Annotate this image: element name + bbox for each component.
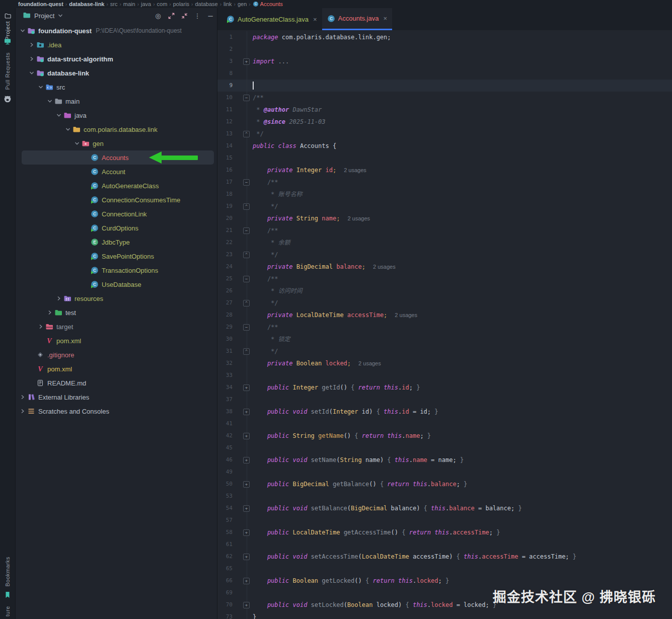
bookmark-icon[interactable]: [0, 591, 15, 601]
breadcrumb-item-accounts[interactable]: CAccounts: [253, 1, 283, 7]
tree-item-external-libraries[interactable]: External Libraries: [16, 390, 217, 404]
project-tool-icon[interactable]: [0, 12, 15, 21]
usages-inlay-hint[interactable]: 2 usages: [344, 164, 366, 176]
code-line-8[interactable]: 8: [217, 67, 672, 80]
code-line-13[interactable]: 13⌃ */: [217, 128, 672, 140]
github-octocat-icon[interactable]: [0, 95, 15, 105]
tree-item-target[interactable]: target: [16, 320, 217, 334]
expand-all-icon[interactable]: [165, 12, 178, 20]
code-line-28[interactable]: 28 private LocalDateTime accessTime;2 us…: [217, 309, 672, 321]
code-line-11[interactable]: 11 * @author DawnStar: [217, 104, 672, 116]
code-line-9[interactable]: 9: [217, 80, 672, 92]
breadcrumb-item-database-link[interactable]: database-link: [69, 1, 104, 7]
code-line-24[interactable]: 24 private BigDecimal balance;2 usages: [217, 261, 672, 273]
tree-item-resources[interactable]: resources: [16, 291, 217, 305]
code-line-19[interactable]: 19⌃ */: [217, 200, 672, 212]
chevron-right-icon[interactable]: [28, 56, 35, 62]
code-line-34[interactable]: 34+ public Integer getId() { return this…: [217, 381, 672, 394]
breadcrumb-item-gen[interactable]: gen: [238, 1, 247, 7]
code-line-54[interactable]: 54+ public void setBalance(BigDecimal ba…: [217, 502, 672, 514]
breadcrumb-item-src[interactable]: src: [110, 1, 118, 7]
chevron-down-icon[interactable]: [19, 28, 26, 34]
chevron-down-icon[interactable]: [64, 126, 71, 132]
usages-inlay-hint[interactable]: 2 usages: [395, 309, 417, 321]
close-tab-icon[interactable]: ×: [383, 15, 387, 22]
fold-marker-icon[interactable]: ⌃: [243, 131, 250, 137]
tree-item-autogenerateclass[interactable]: CAutoGenerateClass: [16, 179, 217, 193]
tree-item-foundation-quest[interactable]: foundation-questP:\IDEA\Quest\foundation…: [16, 24, 217, 38]
tree-item-account[interactable]: CAccount: [16, 165, 217, 179]
code-line-17[interactable]: 17− /**: [217, 176, 672, 188]
tree-item-.gitignore[interactable]: .gitignore: [16, 348, 217, 362]
code-line-38[interactable]: 38+ public void setId(Integer id) { this…: [217, 406, 672, 418]
fold-marker-icon[interactable]: ⌃: [243, 203, 250, 210]
code-line-58[interactable]: 58+ public LocalDateTime getAccessTime()…: [217, 526, 672, 538]
fold-marker-icon[interactable]: ⌃: [243, 348, 250, 355]
sidebar-item-bookmarks[interactable]: Bookmarks: [0, 557, 15, 587]
chevron-down-icon[interactable]: [46, 98, 53, 104]
code-line-45[interactable]: 45: [217, 442, 672, 454]
editor-tab-accounts-java[interactable]: CAccounts.java×: [322, 8, 393, 30]
tree-item-src[interactable]: src: [16, 80, 217, 94]
code-line-12[interactable]: 12 * @since 2025-11-03: [217, 116, 672, 128]
code-line-21[interactable]: 21− /**: [217, 224, 672, 237]
locate-file-icon[interactable]: ◎: [152, 12, 165, 20]
fold-marker-icon[interactable]: +: [243, 578, 250, 584]
fold-marker-icon[interactable]: ⌃: [243, 300, 250, 306]
chevron-right-icon[interactable]: [28, 42, 35, 48]
usages-inlay-hint[interactable]: 2 usages: [347, 212, 370, 224]
fold-marker-icon[interactable]: +: [243, 409, 250, 415]
code-line-42[interactable]: 42+ public String getName() { return thi…: [217, 430, 672, 442]
monitor-icon[interactable]: [0, 37, 15, 47]
code-line-30[interactable]: 30 * 锁定: [217, 333, 672, 345]
fold-marker-icon[interactable]: +: [243, 529, 250, 536]
chevron-down-icon[interactable]: [37, 84, 44, 90]
code-line-37[interactable]: 37: [217, 394, 672, 406]
fold-marker-icon[interactable]: +: [243, 481, 250, 488]
breadcrumb-item-database[interactable]: database: [195, 1, 217, 7]
tree-item-scratches-and-consoles[interactable]: Scratches and Consoles: [16, 404, 217, 418]
code-line-15[interactable]: 15: [217, 152, 672, 164]
tree-item-com.polaris.database.link[interactable]: com.polaris.database.link: [16, 122, 217, 136]
pull-requests-label[interactable]: Pull Requests: [5, 52, 11, 90]
chevron-right-icon[interactable]: [55, 295, 62, 301]
structure-partial-label[interactable]: ture: [5, 606, 11, 616]
breadcrumb-item-polaris[interactable]: polaris: [173, 1, 189, 7]
code-line-2[interactable]: 2: [217, 43, 672, 55]
tree-item-savepointoptions[interactable]: CSavePointOptions: [16, 249, 217, 263]
fold-marker-icon[interactable]: +: [243, 58, 250, 65]
fold-marker-icon[interactable]: ⌃: [243, 252, 250, 258]
code-line-41[interactable]: 41: [217, 418, 672, 430]
code-line-16[interactable]: 16 private Integer id;2 usages: [217, 164, 672, 176]
tree-item-connectionlink[interactable]: CConnectionLink: [16, 207, 217, 221]
sidebar-item-structure-partial[interactable]: ture: [0, 606, 15, 616]
chevron-down-icon[interactable]: [73, 140, 81, 146]
fold-marker-icon[interactable]: −: [243, 179, 250, 186]
tree-item-transactionoptions[interactable]: CTransactionOptions: [16, 263, 217, 277]
hide-panel-icon[interactable]: ─: [204, 12, 217, 20]
tree-item-java[interactable]: java: [16, 108, 217, 122]
code-line-50[interactable]: 50+ public BigDecimal getBalance() { ret…: [217, 478, 672, 490]
chevron-down-icon[interactable]: [55, 112, 62, 118]
fold-marker-icon[interactable]: +: [243, 602, 250, 608]
chevron-right-icon[interactable]: [19, 394, 26, 400]
tree-item-curdoptions[interactable]: CCurdOptions: [16, 221, 217, 235]
chevron-right-icon[interactable]: [37, 324, 44, 330]
tree-item-test[interactable]: test: [16, 305, 217, 320]
code-line-14[interactable]: 14public class Accounts {: [217, 140, 672, 152]
chevron-down-icon[interactable]: [57, 12, 63, 21]
fold-marker-icon[interactable]: +: [243, 384, 250, 391]
breadcrumb-item-com[interactable]: com: [157, 1, 168, 7]
fold-marker-icon[interactable]: −: [243, 95, 250, 101]
code-line-49[interactable]: 49: [217, 466, 672, 478]
code-line-23[interactable]: 23⌃ */: [217, 249, 672, 261]
breadcrumb-item-foundation-quest[interactable]: foundation-quest: [18, 1, 63, 7]
fold-marker-icon[interactable]: −: [243, 324, 250, 331]
code-line-57[interactable]: 57: [217, 514, 672, 526]
chevron-right-icon[interactable]: [46, 310, 53, 316]
chevron-down-icon[interactable]: [28, 70, 35, 76]
more-options-icon[interactable]: ⋮: [191, 12, 204, 20]
sidebar-item-pull-requests[interactable]: Pull Requests: [0, 52, 15, 90]
fold-marker-icon[interactable]: +: [243, 433, 250, 439]
code-line-53[interactable]: 53: [217, 490, 672, 502]
